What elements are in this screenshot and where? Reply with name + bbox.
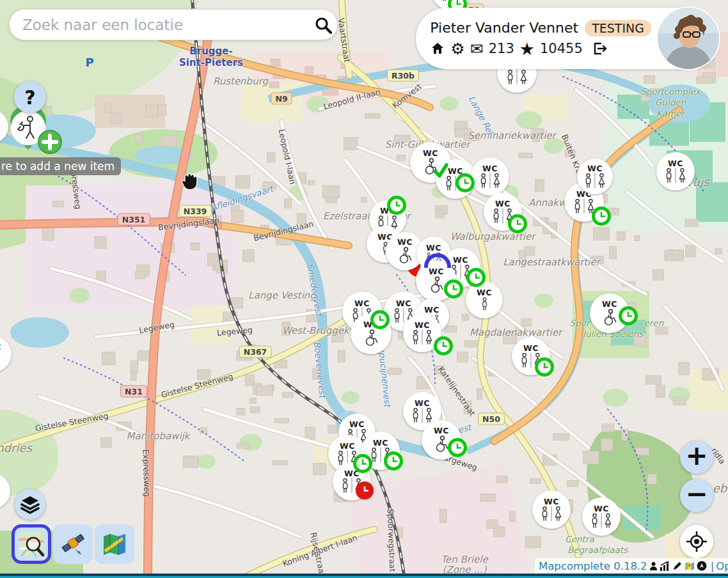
background-layer-picker: [12, 524, 134, 564]
search-bar: [9, 9, 338, 40]
toilet-marker[interactable]: WC: [656, 152, 695, 191]
toilet-marker[interactable]: WC: [577, 159, 613, 194]
app-version[interactable]: Mapcomplete 0.18.2: [539, 560, 647, 572]
avatar[interactable]: [658, 8, 719, 69]
theme-map-icon[interactable]: [684, 561, 695, 571]
user-name: Pieter Vander Vennet: [430, 20, 578, 36]
toilet-marker[interactable]: WC: [532, 490, 571, 529]
bottom-accent-bar: [0, 574, 728, 578]
osm-carto-icon: [18, 531, 45, 558]
star-count: 10455: [540, 41, 583, 56]
testing-badge: TESTING: [585, 20, 651, 36]
layer-option-osm-carto[interactable]: [12, 524, 51, 564]
search-icon[interactable]: [309, 11, 337, 39]
toilet-marker[interactable]: WC: [582, 497, 621, 536]
geolocate-button[interactable]: [680, 525, 713, 558]
opening-hours-open-badge: [455, 173, 475, 192]
star-icon[interactable]: ★: [519, 40, 535, 58]
satellite-icon: [59, 530, 87, 558]
opening-hours-open-badge: [384, 451, 403, 471]
opening-hours-open-badge: [508, 214, 527, 233]
zoom-out-button[interactable]: −: [680, 479, 713, 512]
opening-hours-open-badge: [370, 310, 390, 329]
mail-count: 213: [489, 41, 514, 56]
zoom-in-button[interactable]: +: [680, 441, 713, 474]
layer-option-map[interactable]: [95, 524, 134, 564]
map-canvas[interactable]: Brugge-Sint-PietersPRustenburgSint-Gilli…: [0, 0, 728, 578]
mastodon-icon[interactable]: [697, 561, 707, 571]
opening-hours-open-badge: [434, 336, 453, 355]
toilet-marker[interactable]: WC: [466, 281, 503, 318]
toilet-marker[interactable]: WC: [471, 157, 509, 196]
attribution-separator: |: [711, 560, 715, 572]
gear-icon[interactable]: ⚙: [450, 41, 464, 57]
search-input[interactable]: [10, 17, 309, 33]
add-new-item-pin[interactable]: [9, 104, 73, 164]
hand-cursor-icon: [181, 171, 198, 194]
opening-hours-open-badge: [592, 207, 611, 226]
crosshair-icon: [686, 531, 708, 552]
layers-button[interactable]: [15, 489, 45, 520]
contributors-icon[interactable]: [649, 561, 658, 571]
attribution-bar: Mapcomplete 0.18.2 | OpenStreetMap: [535, 558, 728, 574]
opening-hours-open-badge: [535, 357, 554, 377]
opening-hours-open-badge: [353, 454, 372, 473]
help-label: ?: [24, 86, 35, 109]
layers-icon: [20, 495, 40, 514]
opening-hours-closed-badge: [356, 481, 374, 499]
opening-hours-open-badge: [387, 196, 406, 215]
osm-attribution-link[interactable]: OpenStreetMap: [716, 560, 728, 572]
layer-option-satellite[interactable]: [53, 524, 93, 564]
opening-hours-open-badge: [444, 279, 463, 299]
help-button[interactable]: ?: [14, 81, 46, 113]
statistics-icon[interactable]: [660, 561, 670, 571]
user-panel: Pieter Vander Vennet TESTING ⚙ ✉ 213 ★ 1…: [416, 8, 719, 69]
folded-map-icon: [101, 531, 128, 558]
envelope-icon[interactable]: ✉: [470, 41, 484, 57]
logout-icon[interactable]: [592, 41, 608, 56]
opening-hours-open-badge: [448, 438, 467, 457]
home-icon[interactable]: [430, 41, 445, 56]
add-item-tooltip: re to add a new item: [0, 157, 121, 175]
opening-hours-open-badge: [466, 268, 486, 287]
edit-pencil-icon[interactable]: [672, 561, 683, 571]
opening-hours-open-badge: [619, 306, 638, 325]
